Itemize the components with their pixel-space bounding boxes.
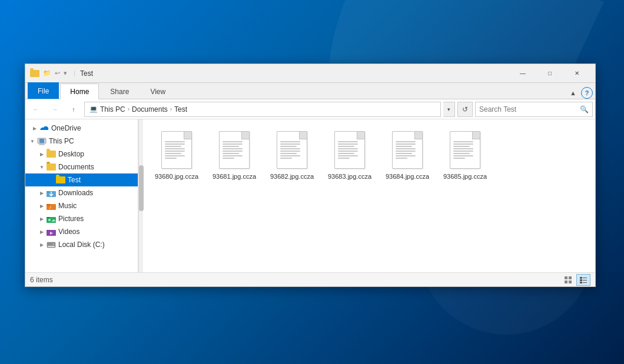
file-item-6[interactable]: 93685.jpg.ccza xyxy=(439,126,492,184)
doc-icon-1 xyxy=(161,131,192,169)
file-item-1[interactable]: 93680.jpg.ccza xyxy=(150,126,203,184)
svg-rect-23 xyxy=(583,278,587,278)
view-details-btn[interactable] xyxy=(576,274,590,286)
items-count: 6 items xyxy=(30,276,53,284)
file-icon-wrap-2 xyxy=(217,130,252,170)
sidebar-item-desktop[interactable]: ▶ Desktop xyxy=(25,148,138,161)
quick-access-toolbar: 📁 ↩ ▾ | xyxy=(43,69,78,77)
file-name-6: 93685.jpg.ccza xyxy=(443,172,487,181)
expand-icon-downloads: ▶ xyxy=(37,188,47,198)
qa-dropdown-icon[interactable]: ▾ xyxy=(64,69,67,76)
doc-icon-2 xyxy=(219,131,250,169)
help-button[interactable]: ? xyxy=(581,87,593,99)
file-name-2: 93681.jpg.ccza xyxy=(213,172,256,181)
sidebar-item-documents[interactable]: ▼ Documents xyxy=(25,161,138,173)
svg-rect-20 xyxy=(565,280,567,283)
svg-rect-26 xyxy=(580,282,582,283)
file-name-3: 93682.jpg.ccza xyxy=(270,172,314,181)
svg-rect-3 xyxy=(39,144,45,145)
sidebar-item-label: Downloads xyxy=(58,189,93,197)
onedrive-icon xyxy=(39,123,49,133)
file-item-5[interactable]: 93684.jpg.ccza xyxy=(381,126,434,184)
ribbon-collapse-btn[interactable]: ▲ xyxy=(567,88,579,98)
svg-text:♪: ♪ xyxy=(49,205,51,210)
sidebar-item-label: Music xyxy=(58,202,77,210)
sidebar-item-label: Local Disk (C:) xyxy=(58,241,105,249)
explorer-window: 📁 ↩ ▾ | Test — □ ✕ File Home Share View … xyxy=(25,64,596,287)
tab-home[interactable]: Home xyxy=(60,84,99,99)
sidebar-item-test[interactable]: Test xyxy=(25,173,138,186)
svg-rect-19 xyxy=(569,276,572,279)
tab-view[interactable]: View xyxy=(140,84,175,99)
sidebar-item-onedrive[interactable]: ▶ OneDrive xyxy=(25,122,138,135)
sidebar-item-label: This PC xyxy=(49,137,74,145)
expand-icon-onedrive: ▶ xyxy=(30,123,39,133)
sidebar-item-downloads[interactable]: ▶ Downloads xyxy=(25,186,138,199)
doc-icon-5 xyxy=(392,131,423,169)
svg-rect-13 xyxy=(47,230,50,231)
svg-rect-1 xyxy=(39,139,44,143)
svg-rect-22 xyxy=(580,277,582,279)
forward-button[interactable]: → xyxy=(47,102,63,117)
path-test[interactable]: Test xyxy=(174,105,187,113)
pictures-folder-icon xyxy=(47,214,56,223)
file-item-3[interactable]: 93682.jpg.ccza xyxy=(265,126,318,184)
file-icon-wrap-5 xyxy=(390,130,425,170)
file-icon-wrap-3 xyxy=(274,130,310,170)
svg-rect-21 xyxy=(569,280,572,283)
documents-folder-icon xyxy=(47,162,56,172)
sidebar-item-videos[interactable]: ▶ Videos xyxy=(25,225,138,238)
search-box: 🔍 xyxy=(475,102,593,117)
title-bar-folder-icon xyxy=(30,69,39,78)
sidebar-item-music[interactable]: ▶ ♪ Music xyxy=(25,199,138,212)
music-folder-icon: ♪ xyxy=(47,201,56,211)
sidebar-item-thispc[interactable]: ▼ This PC xyxy=(25,135,138,148)
search-input[interactable] xyxy=(479,105,580,113)
address-dropdown-btn[interactable]: ▾ xyxy=(443,102,455,117)
search-icon[interactable]: 🔍 xyxy=(580,105,589,113)
main-content: ▶ OneDrive ▼ xyxy=(25,119,595,272)
tab-file[interactable]: File xyxy=(28,82,59,99)
view-buttons xyxy=(561,274,590,286)
close-button[interactable]: ✕ xyxy=(563,64,590,83)
doc-icon-4 xyxy=(334,131,365,169)
back-button[interactable]: ← xyxy=(28,102,44,117)
sidebar-item-label: Videos xyxy=(58,228,79,236)
expand-icon-pictures: ▶ xyxy=(37,214,47,223)
doc-icon-3 xyxy=(277,131,307,169)
up-button[interactable]: ↑ xyxy=(65,102,82,117)
sidebar-item-label: Desktop xyxy=(58,150,84,158)
file-icon-wrap-4 xyxy=(332,130,367,170)
sidebar-scrollbar-thumb[interactable] xyxy=(139,165,144,211)
expand-icon-localdisk: ▶ xyxy=(37,240,47,249)
sidebar-item-localdisk[interactable]: ▶ Local Disk (C:) xyxy=(25,238,138,251)
maximize-button[interactable]: □ xyxy=(536,64,563,83)
sidebar-scrollbar[interactable] xyxy=(138,119,143,272)
address-path[interactable]: 💻 This PC › Documents › Test xyxy=(84,102,441,117)
title-separator: | xyxy=(74,69,75,76)
qa-pin-icon[interactable]: 📁 xyxy=(43,69,51,76)
title-bar: 📁 ↩ ▾ | Test — □ ✕ xyxy=(25,64,595,83)
sidebar-item-label: Documents xyxy=(58,163,94,171)
sidebar-item-pictures[interactable]: ▶ Pictures xyxy=(25,212,138,225)
path-thispc[interactable]: This PC › xyxy=(100,105,132,113)
expand-icon-test xyxy=(47,175,56,185)
doc-icon-6 xyxy=(450,131,480,169)
svg-rect-24 xyxy=(580,279,582,281)
file-item-4[interactable]: 93683.jpg.ccza xyxy=(323,126,376,184)
tab-share[interactable]: Share xyxy=(100,84,139,99)
desktop-folder-icon xyxy=(47,149,56,159)
refresh-button[interactable]: ↺ xyxy=(457,102,473,117)
svg-rect-16 xyxy=(48,246,55,247)
file-item-2[interactable]: 93681.jpg.ccza xyxy=(208,126,261,184)
path-documents[interactable]: Documents › xyxy=(132,105,174,113)
svg-point-17 xyxy=(53,243,55,245)
file-icon-wrap-1 xyxy=(159,130,194,170)
path-icon: 💻 xyxy=(89,105,100,113)
downloads-folder-icon xyxy=(47,188,56,198)
window-controls: — □ ✕ xyxy=(509,64,590,83)
qa-undo-icon[interactable]: ↩ xyxy=(55,69,60,76)
minimize-button[interactable]: — xyxy=(509,64,536,83)
view-large-icons-btn[interactable] xyxy=(561,274,575,286)
doc-lines-1 xyxy=(165,141,188,159)
